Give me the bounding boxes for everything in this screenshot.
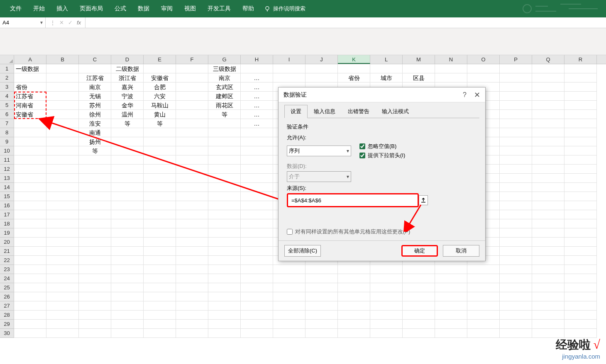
cell-F6[interactable] bbox=[176, 110, 208, 119]
cell-A20[interactable] bbox=[14, 238, 46, 247]
cell-R29[interactable] bbox=[564, 320, 597, 329]
cell-R6[interactable] bbox=[564, 110, 597, 119]
cell-K27[interactable] bbox=[338, 301, 370, 311]
cell-M1[interactable] bbox=[403, 64, 435, 73]
cell-E14[interactable] bbox=[144, 183, 176, 192]
cell-E28[interactable] bbox=[144, 311, 176, 320]
cell-D15[interactable] bbox=[111, 192, 144, 201]
row-header[interactable]: 24 bbox=[0, 274, 14, 283]
name-box-input[interactable] bbox=[2, 19, 36, 26]
cell-K28[interactable] bbox=[338, 311, 370, 320]
fx-icon[interactable]: fx bbox=[77, 19, 81, 26]
cell-D5[interactable]: 金华 bbox=[111, 101, 144, 110]
row-header[interactable]: 25 bbox=[0, 283, 14, 292]
cell-H28[interactable] bbox=[241, 311, 273, 320]
cell-C15[interactable] bbox=[79, 192, 111, 201]
menu-layout[interactable]: 页面布局 bbox=[74, 2, 109, 16]
col-header-F[interactable]: F bbox=[176, 55, 208, 64]
cell-C16[interactable] bbox=[79, 201, 111, 210]
cancel-button[interactable]: 取消 bbox=[443, 245, 479, 257]
cell-I30[interactable] bbox=[273, 329, 305, 338]
cell-G3[interactable]: 玄武区 bbox=[208, 83, 241, 92]
cell-Q21[interactable] bbox=[532, 247, 564, 256]
cell-F13[interactable] bbox=[176, 174, 208, 183]
cell-F21[interactable] bbox=[176, 247, 208, 256]
row-header[interactable]: 26 bbox=[0, 292, 14, 301]
cell-A21[interactable] bbox=[14, 247, 46, 256]
allow-select[interactable]: 序列 ▾ bbox=[287, 146, 351, 156]
cell-A14[interactable] bbox=[14, 183, 46, 192]
source-input[interactable] bbox=[289, 195, 417, 205]
cell-N1[interactable] bbox=[435, 64, 467, 73]
cell-E27[interactable] bbox=[144, 301, 176, 311]
cell-P25[interactable] bbox=[500, 283, 532, 292]
cell-C19[interactable] bbox=[79, 228, 111, 238]
cell-P10[interactable] bbox=[500, 146, 532, 155]
cell-H6[interactable]: … bbox=[241, 110, 273, 119]
cell-E3[interactable]: 合肥 bbox=[144, 83, 176, 92]
cell-H18[interactable] bbox=[241, 219, 273, 228]
cell-F28[interactable] bbox=[176, 311, 208, 320]
cell-M2[interactable]: 区县 bbox=[403, 73, 435, 83]
cell-R23[interactable] bbox=[564, 265, 597, 274]
menu-view[interactable]: 视图 bbox=[178, 2, 202, 16]
row-header[interactable]: 13 bbox=[0, 174, 14, 183]
name-box[interactable]: ▼ bbox=[0, 17, 46, 28]
cell-E23[interactable] bbox=[144, 265, 176, 274]
cell-O29[interactable] bbox=[467, 320, 500, 329]
cell-Q3[interactable] bbox=[532, 83, 564, 92]
cell-H14[interactable] bbox=[241, 183, 273, 192]
cell-G18[interactable] bbox=[208, 219, 241, 228]
cell-Q13[interactable] bbox=[532, 174, 564, 183]
cell-R25[interactable] bbox=[564, 283, 597, 292]
row-header[interactable]: 22 bbox=[0, 256, 14, 265]
cell-I29[interactable] bbox=[273, 320, 305, 329]
cell-K30[interactable] bbox=[338, 329, 370, 338]
cell-F12[interactable] bbox=[176, 165, 208, 174]
cell-A26[interactable] bbox=[14, 292, 46, 301]
cell-B27[interactable] bbox=[46, 301, 79, 311]
cell-Q17[interactable] bbox=[532, 210, 564, 219]
cell-I27[interactable] bbox=[273, 301, 305, 311]
cell-F27[interactable] bbox=[176, 301, 208, 311]
cell-N30[interactable] bbox=[435, 329, 467, 338]
row-header[interactable]: 30 bbox=[0, 329, 14, 338]
cell-M30[interactable] bbox=[403, 329, 435, 338]
cell-F4[interactable] bbox=[176, 92, 208, 101]
tab-error-alert[interactable]: 出错警告 bbox=[342, 105, 376, 118]
menu-insert[interactable]: 插入 bbox=[51, 2, 74, 16]
cell-G23[interactable] bbox=[208, 265, 241, 274]
cell-A10[interactable] bbox=[14, 146, 46, 155]
cell-K23[interactable] bbox=[338, 265, 370, 274]
tab-ime[interactable]: 输入法模式 bbox=[376, 105, 415, 118]
cell-B3[interactable] bbox=[46, 83, 79, 92]
cell-P28[interactable] bbox=[500, 311, 532, 320]
cell-A29[interactable] bbox=[14, 320, 46, 329]
cell-L27[interactable] bbox=[370, 301, 403, 311]
cell-D29[interactable] bbox=[111, 320, 144, 329]
cell-A6[interactable]: 安徽省 bbox=[14, 110, 46, 119]
cell-A12[interactable] bbox=[14, 165, 46, 174]
cell-Q26[interactable] bbox=[532, 292, 564, 301]
cell-P13[interactable] bbox=[500, 174, 532, 183]
cell-C24[interactable] bbox=[79, 274, 111, 283]
cell-B16[interactable] bbox=[46, 201, 79, 210]
cell-I2[interactable] bbox=[273, 73, 305, 83]
cell-Q12[interactable] bbox=[532, 165, 564, 174]
cell-Q10[interactable] bbox=[532, 146, 564, 155]
cell-B5[interactable] bbox=[46, 101, 79, 110]
cell-A9[interactable] bbox=[14, 137, 46, 146]
cell-D26[interactable] bbox=[111, 292, 144, 301]
cell-O28[interactable] bbox=[467, 311, 500, 320]
cell-G17[interactable] bbox=[208, 210, 241, 219]
cell-C20[interactable] bbox=[79, 238, 111, 247]
cell-Q9[interactable] bbox=[532, 137, 564, 146]
cell-C21[interactable] bbox=[79, 247, 111, 256]
cell-R28[interactable] bbox=[564, 311, 597, 320]
cell-E25[interactable] bbox=[144, 283, 176, 292]
apply-all-checkbox[interactable]: 对有同样设置的所有其他单元格应用这些更改(P) bbox=[287, 228, 477, 235]
cell-R4[interactable] bbox=[564, 92, 597, 101]
cell-D24[interactable] bbox=[111, 274, 144, 283]
cell-B12[interactable] bbox=[46, 165, 79, 174]
cell-H19[interactable] bbox=[241, 228, 273, 238]
